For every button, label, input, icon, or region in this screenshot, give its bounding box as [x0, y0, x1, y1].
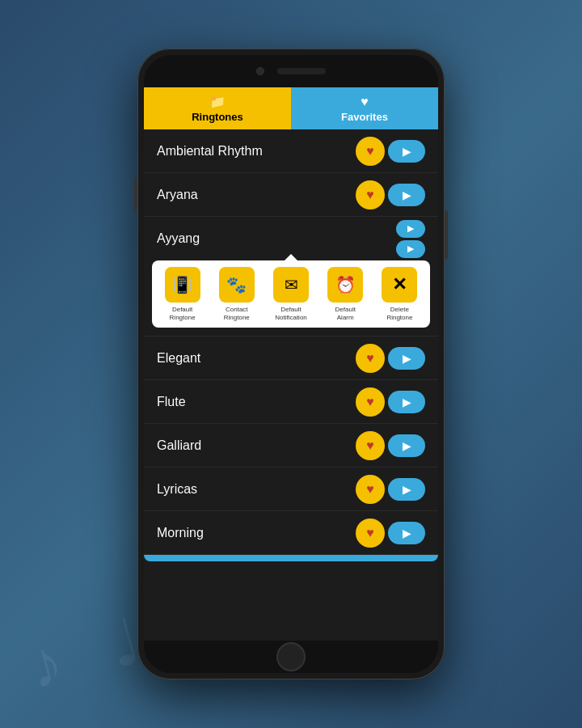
expanded-list-item: Ayyang ▶ ▶ 📳 DefaultRingtone	[144, 217, 438, 336]
list-item: Flute ♥ ▶	[144, 380, 438, 424]
favorite-button[interactable]: ♥	[356, 387, 385, 417]
play-button[interactable]: ▶	[388, 434, 425, 457]
list-item: Ambiental Rhythm ♥ ▶	[144, 129, 438, 173]
song-actions: ♥ ▶	[356, 431, 425, 460]
song-name: Galliard	[157, 438, 356, 453]
favorite-button[interactable]: ♥	[356, 344, 385, 373]
bottom-accent-bar	[144, 555, 438, 561]
play-button[interactable]: ▶	[388, 140, 425, 163]
default-ringtone-button[interactable]: 📳 DefaultRingtone	[157, 267, 208, 321]
folder-icon: 📁	[209, 94, 226, 109]
list-item: Elegant ♥ ▶	[144, 336, 438, 380]
action-row: 📳 DefaultRingtone 🐾 ContactRingtone ✉ De…	[152, 260, 430, 328]
action-label: DefaultAlarm	[335, 306, 356, 321]
action-label: DefaultNotification	[275, 306, 307, 321]
tab-ringtones[interactable]: 📁 Ringtones	[144, 87, 291, 129]
front-camera	[256, 67, 264, 75]
song-actions: ♥ ▶	[356, 518, 425, 548]
play-button-top[interactable]: ▶	[396, 220, 425, 238]
favorite-button[interactable]: ♥	[356, 431, 385, 460]
play-button[interactable]: ▶	[388, 391, 425, 413]
song-actions: ♥ ▶	[356, 180, 425, 210]
phone-bottom-bar	[144, 641, 438, 673]
song-name: Aryana	[157, 188, 356, 202]
paw-icon: 🐾	[219, 267, 255, 303]
song-name: Ayyang	[157, 231, 396, 246]
mail-icon: ✉	[273, 267, 309, 303]
favorite-button[interactable]: ♥	[356, 518, 385, 548]
tab-favorites-label: Favorites	[341, 111, 388, 123]
contact-ringtone-button[interactable]: 🐾 ContactRingtone	[211, 267, 262, 321]
phone-status-bar	[144, 55, 438, 87]
delete-x-icon: ✕	[382, 267, 417, 303]
favorite-button[interactable]: ♥	[356, 137, 385, 166]
list-item: Lyricas ♥ ▶	[144, 468, 438, 511]
favorite-button[interactable]: ♥	[356, 475, 385, 504]
tab-favorites[interactable]: ♥ Favorites	[291, 87, 438, 129]
action-label: DeleteRingtone	[386, 306, 412, 321]
action-label: ContactRingtone	[224, 306, 250, 321]
power-button	[445, 210, 448, 259]
song-actions: ♥ ▶	[356, 344, 425, 373]
song-actions: ♥ ▶	[356, 387, 425, 417]
play-button[interactable]: ▶	[388, 184, 425, 206]
song-name: Elegant	[157, 351, 356, 366]
list-item: Morning ♥ ▶	[144, 511, 438, 555]
song-name: Morning	[157, 526, 356, 540]
delete-ringtone-button[interactable]: ✕ DeleteRingtone	[374, 267, 425, 321]
song-actions: ▶ ▶	[396, 220, 425, 258]
play-button[interactable]: ▶	[388, 522, 425, 544]
play-button[interactable]: ▶	[388, 347, 425, 370]
song-actions: ♥ ▶	[356, 137, 425, 166]
list-item: Aryana ♥ ▶	[144, 173, 438, 217]
tab-bar: 📁 Ringtones ♥ Favorites	[144, 87, 438, 129]
favorite-button[interactable]: ♥	[356, 180, 385, 210]
play-button-bottom[interactable]: ▶	[396, 240, 425, 258]
default-alarm-button[interactable]: ⏰ DefaultAlarm	[320, 267, 371, 321]
tab-ringtones-label: Ringtones	[192, 111, 243, 123]
phone-wave-icon: 📳	[165, 267, 200, 303]
song-name: Ambiental Rhythm	[157, 144, 356, 159]
list-item: Galliard ♥ ▶	[144, 424, 438, 468]
volume-button	[134, 178, 137, 210]
play-button[interactable]: ▶	[388, 478, 425, 501]
song-name: Flute	[157, 395, 356, 409]
heart-icon: ♥	[361, 95, 369, 109]
action-label: DefaultRingtone	[170, 306, 196, 321]
phone-frame: 📁 Ringtones ♥ Favorites Ambiental Rhythm…	[137, 49, 445, 679]
default-notification-button[interactable]: ✉ DefaultNotification	[265, 267, 316, 321]
home-button[interactable]	[276, 642, 306, 671]
alarm-icon: ⏰	[327, 267, 363, 303]
phone-speaker	[277, 68, 326, 74]
song-name: Lyricas	[157, 482, 356, 497]
song-actions: ♥ ▶	[356, 475, 425, 504]
song-list: Ambiental Rhythm ♥ ▶ Aryana ♥ ▶	[144, 129, 438, 641]
phone-screen: 📁 Ringtones ♥ Favorites Ambiental Rhythm…	[144, 55, 438, 673]
app-screen: 📁 Ringtones ♥ Favorites Ambiental Rhythm…	[144, 87, 438, 641]
